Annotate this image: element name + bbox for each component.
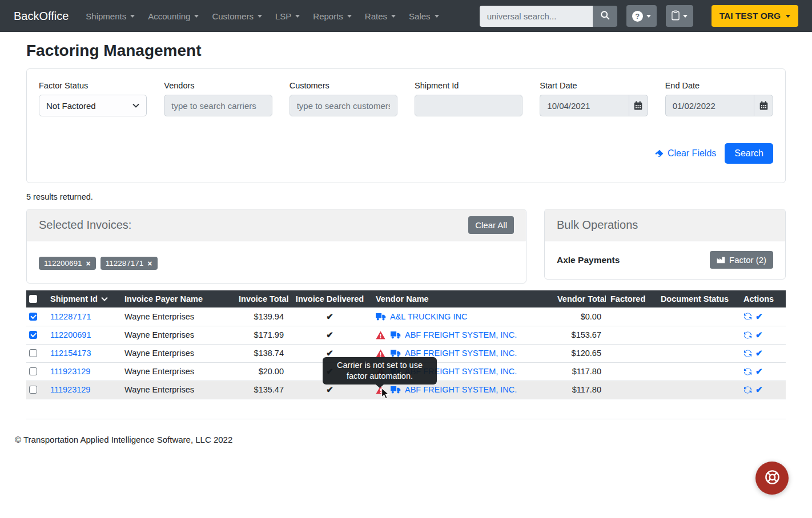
axle-payments-label: Axle Payments [557,255,620,265]
shipment-id-link[interactable]: 111923129 [50,385,90,394]
approve-check-icon[interactable]: ✔ [755,311,763,322]
truck-icon [376,313,386,321]
row-checkbox[interactable] [29,367,37,375]
nav-menu-reports[interactable]: Reports [308,7,356,26]
invoice-chip[interactable]: 112287171 × [101,257,158,270]
clipboard-dropdown-button[interactable] [666,5,693,27]
factor-status-label: Factor Status [39,81,147,90]
org-dropdown-button[interactable]: TAI TEST ORG [711,5,798,27]
nav-menu-lsp[interactable]: LSP [271,7,304,26]
caret-down-icon [258,15,262,18]
factor-status-select[interactable]: Not Factored [39,95,147,116]
search-button[interactable]: Search [725,143,773,164]
end-date-field: End Date [665,81,773,116]
approve-check-icon[interactable]: ✔ [755,366,763,377]
eraser-icon [654,149,664,157]
end-date-input[interactable] [665,95,754,116]
bulk-operations-panel: Bulk Operations Axle Payments Factor (2) [544,209,786,280]
bulk-operations-title: Bulk Operations [557,218,638,232]
table-row: 112200691 Wayne Enterprises $171.99 ✔ [26,326,786,344]
factored-cell [606,344,650,362]
page-title: Factoring Management [26,41,786,60]
invoice-payer-cell: Wayne Enterprises [120,344,234,362]
factory-icon [717,256,725,264]
nav-menu-sales[interactable]: Sales [404,7,444,26]
caret-down-icon [295,15,300,18]
refactor-sync-icon[interactable] [743,386,752,394]
vendor-total-cell: $153.67 [553,326,606,344]
invoice-chip-label: 112200691 [44,259,82,268]
document-status-cell [650,362,739,381]
clear-fields-label: Clear Fields [668,148,716,159]
factor-button-label: Factor (2) [729,255,766,265]
start-date-calendar-button[interactable] [629,95,648,116]
clear-all-button[interactable]: Clear All [468,216,514,234]
invoice-payer-cell: Wayne Enterprises [120,307,234,326]
search-icon [600,10,610,22]
approve-check-icon[interactable]: ✔ [755,348,763,358]
start-date-input[interactable] [540,95,629,116]
customers-input[interactable] [290,95,397,116]
app-brand[interactable]: BackOffice [14,10,69,23]
refactor-sync-icon[interactable] [743,349,752,358]
calendar-icon [759,101,768,110]
document-status-cell [650,326,739,344]
support-fab-button[interactable] [755,462,789,495]
vendor-name-link[interactable]: ABF FREIGHT SYSTEM, INC. [405,385,517,394]
remove-chip-icon[interactable]: × [147,260,152,268]
document-status-cell [650,344,739,362]
vendor-name-link[interactable]: A&L TRUCKING INC [390,312,467,321]
column-actions: Actions [739,290,786,307]
document-status-cell [650,381,739,399]
shipment-id-input[interactable] [415,95,522,116]
approve-check-icon[interactable]: ✔ [755,385,763,395]
invoice-payer-cell: Wayne Enterprises [120,326,234,344]
factor-button[interactable]: Factor (2) [710,251,773,269]
factored-cell [606,381,650,399]
sort-chevron-down-icon [101,297,108,301]
select-all-checkbox[interactable] [29,295,37,303]
warning-icon[interactable] [376,349,385,358]
universal-search-input[interactable] [480,6,593,27]
row-checkbox[interactable] [29,313,37,321]
factored-cell [606,362,650,381]
nav-menu-shipments[interactable]: Shipments [81,7,139,26]
shipment-id-link[interactable]: 112200691 [50,330,91,339]
end-date-calendar-button[interactable] [754,95,773,116]
nav-menu-customers[interactable]: Customers [207,7,267,26]
shipment-id-link[interactable]: 112287171 [50,312,91,321]
approve-check-icon[interactable]: ✔ [755,330,763,340]
refactor-sync-icon[interactable] [743,331,752,339]
top-navbar: BackOffice Shipments Accounting Customer… [0,0,812,32]
row-checkbox[interactable] [29,349,37,357]
shipment-id-link[interactable]: 111923129 [50,367,90,376]
results-summary: 5 results returned. [26,192,786,201]
help-dropdown-button[interactable]: ? [626,5,657,27]
nav-menu-rates[interactable]: Rates [360,7,400,26]
universal-search-button[interactable] [593,6,617,27]
shipment-id-link[interactable]: 112154173 [50,349,91,358]
truck-icon [391,386,401,394]
tooltip: Carrier is not set to use factor automat… [323,357,437,385]
row-checkbox[interactable] [29,331,37,339]
remove-chip-icon[interactable]: × [86,260,91,268]
row-checkbox[interactable] [29,386,37,394]
caret-down-icon [646,15,651,18]
factor-status-field: Factor Status Not Factored [39,81,147,116]
invoice-chip[interactable]: 112200691 × [39,257,96,270]
refactor-sync-icon[interactable] [743,312,752,321]
warning-icon[interactable] [376,331,385,339]
vendor-name-link[interactable]: ABF FREIGHT SYSTEM, INC. [405,330,517,339]
vendors-input[interactable] [164,95,272,116]
clear-fields-link[interactable]: Clear Fields [654,148,716,159]
selected-invoices-title: Selected Invoices: [39,218,131,232]
caret-down-icon [786,15,790,18]
truck-icon [391,331,401,339]
column-shipment-id[interactable]: Shipment Id [50,294,108,303]
invoice-delivered-check-icon: ✔ [326,330,333,339]
caret-down-icon [194,15,199,18]
refactor-sync-icon[interactable] [743,367,752,376]
nav-menu-accounting[interactable]: Accounting [143,7,203,26]
caret-down-icon [435,15,439,18]
vendor-name-link[interactable]: ABF FREIGHT SYSTEM, INC. [405,349,517,358]
